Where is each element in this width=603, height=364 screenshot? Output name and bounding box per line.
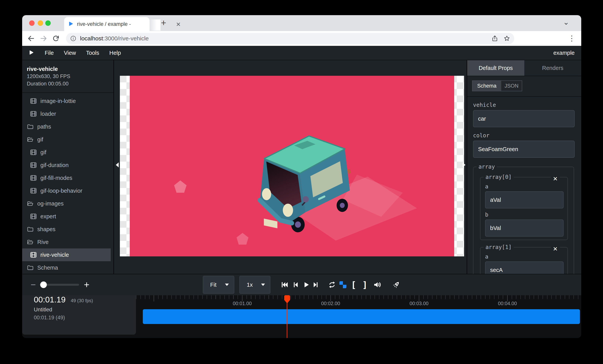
array-legend: array xyxy=(476,164,497,170)
transparency-checkerboard-toggle-icon[interactable] xyxy=(339,281,346,288)
array-0-a-label: a xyxy=(485,183,568,190)
close-window-button[interactable] xyxy=(29,20,35,26)
toggle-schema[interactable]: Schema xyxy=(473,81,501,91)
vehicle-input[interactable] xyxy=(473,110,575,127)
ruler-label: 00:04.00 xyxy=(498,301,517,306)
sidebar-item-gif-fill-modes[interactable]: gif-fill-modes xyxy=(22,171,114,184)
sidebar-item-label: Schema xyxy=(37,264,58,271)
array-0-remove-icon[interactable]: ✕ xyxy=(551,176,560,182)
vehicle-label: vehicle xyxy=(473,102,581,108)
fast-refresh-rocket-icon[interactable] xyxy=(392,281,401,289)
folder-icon xyxy=(27,264,34,271)
next-frame-icon[interactable] xyxy=(312,281,319,288)
array-1-legend: array[1] xyxy=(484,244,514,250)
browser-tab[interactable]: rive-vehicle / example - Remot ✕ xyxy=(64,17,150,31)
sidebar-item-image-in-lottie[interactable]: image-in-lottie xyxy=(22,95,114,107)
sidebar-item-gif-duration[interactable]: gif-duration xyxy=(22,159,114,171)
sidebar-folder-shapes[interactable]: shapes xyxy=(22,223,114,236)
browser-menu-kebab-icon[interactable]: ⋮ xyxy=(568,33,575,44)
current-time: 00:01.19 xyxy=(34,295,66,304)
tab-search-chevron-down-icon[interactable]: ⌄ xyxy=(563,18,569,26)
expand-panel-icon[interactable] xyxy=(463,162,465,167)
back-icon[interactable] xyxy=(27,34,35,42)
speed-select[interactable]: 1x xyxy=(239,276,270,294)
array-1-remove-icon[interactable]: ✕ xyxy=(551,246,560,252)
main-row: rive-vehicle 1200x630, 30 FPS Duration 0… xyxy=(22,60,581,274)
volume-icon[interactable] xyxy=(373,281,382,289)
sidebar-folder-schema[interactable]: Schema xyxy=(22,261,114,274)
tab-strip: rive-vehicle / example - Remot ✕ + ⌄ xyxy=(22,15,581,31)
zoom-window-button[interactable] xyxy=(45,20,51,26)
in-point-bracket-icon[interactable]: [ xyxy=(351,280,356,290)
browser-window: rive-vehicle / example - Remot ✕ + ⌄ loc… xyxy=(22,15,581,338)
size-select-value: Fit xyxy=(210,282,216,288)
array-1-fieldset: array[1] ✕ a b xyxy=(480,244,568,274)
composition-list: image-in-lottie loader paths gif gif xyxy=(22,93,114,274)
share-icon[interactable] xyxy=(491,35,498,42)
compositions-sidebar: rive-vehicle 1200x630, 30 FPS Duration 0… xyxy=(22,60,114,274)
sidebar-item-label: gif xyxy=(40,149,46,156)
timeline: 00:01.00 00:02.00 00:03.00 00:04.00 00:0… xyxy=(22,295,581,338)
sidebar-folder-og-images[interactable]: og-images xyxy=(22,197,114,210)
previous-frame-icon[interactable] xyxy=(292,281,299,288)
new-tab-icon[interactable]: + xyxy=(158,17,169,28)
props-panel: Default Props Renders Schema JSON vehicl… xyxy=(467,60,581,274)
array-0-b-label: b xyxy=(485,212,568,218)
timeline-track-bar[interactable] xyxy=(143,309,580,324)
out-point-bracket-icon[interactable]: ] xyxy=(362,280,368,290)
schema-json-toggle: Schema JSON xyxy=(472,80,522,91)
loop-icon[interactable] xyxy=(328,281,336,289)
url-field[interactable]: localhost:3000/rive-vehicle xyxy=(66,33,514,44)
sidebar-item-label: gif-loop-behavior xyxy=(40,188,82,194)
folder-open-icon xyxy=(27,136,34,143)
array-0-a-input[interactable] xyxy=(485,191,564,208)
menu-view[interactable]: View xyxy=(64,50,76,56)
skip-to-start-icon[interactable] xyxy=(281,281,289,289)
sidebar-item-loader[interactable]: loader xyxy=(22,107,114,120)
zoom-in-plus-icon[interactable] xyxy=(83,282,90,288)
site-info-icon[interactable] xyxy=(70,35,77,42)
sidebar-item-label: expert xyxy=(40,213,56,220)
sidebar-folder-gif[interactable]: gif xyxy=(22,133,114,146)
current-frame-info: 49 (30 fps) xyxy=(71,298,93,303)
ruler-label: 00:03.00 xyxy=(409,301,428,306)
playback-toolbar: Fit 1x [ ] xyxy=(22,274,581,295)
tab-renders[interactable]: Renders xyxy=(524,60,581,76)
sidebar-item-expert[interactable]: expert xyxy=(22,210,114,223)
vehicle-illustration xyxy=(130,76,454,256)
zoom-out-minus-icon[interactable] xyxy=(30,282,36,288)
sidebar-item-label: shapes xyxy=(37,226,56,232)
film-icon xyxy=(30,98,37,104)
bookmark-star-icon[interactable] xyxy=(503,35,510,42)
film-icon xyxy=(30,149,37,156)
playhead-handle[interactable] xyxy=(284,295,290,303)
color-input[interactable] xyxy=(473,141,575,158)
sidebar-item-label: paths xyxy=(37,124,51,130)
caret-down-icon xyxy=(261,284,265,286)
address-bar: localhost:3000/rive-vehicle ⋮ xyxy=(22,31,581,46)
tab-close-icon[interactable]: ✕ xyxy=(175,21,182,28)
toggle-json[interactable]: JSON xyxy=(501,81,522,91)
sidebar-folder-rive[interactable]: Rive xyxy=(22,236,114,249)
array-fieldset: array array[0] ✕ a b array[1] ✕ a b xyxy=(473,164,574,274)
reload-icon[interactable] xyxy=(52,34,60,42)
menu-help[interactable]: Help xyxy=(109,50,121,56)
menu-file[interactable]: File xyxy=(45,50,54,56)
minimize-window-button[interactable] xyxy=(38,20,43,26)
film-icon xyxy=(30,213,37,220)
sidebar-item-label: og-images xyxy=(37,200,64,207)
sidebar-item-gif[interactable]: gif xyxy=(22,146,114,159)
array-0-b-input[interactable] xyxy=(485,219,564,237)
zoom-slider-thumb[interactable] xyxy=(40,282,47,288)
menu-tools[interactable]: Tools xyxy=(86,50,99,56)
collapse-sidebar-icon[interactable] xyxy=(116,162,119,167)
play-icon[interactable] xyxy=(302,281,310,289)
tab-default-props[interactable]: Default Props xyxy=(467,60,524,76)
track-name[interactable]: Untitled xyxy=(34,307,52,313)
array-1-a-input[interactable] xyxy=(485,262,564,274)
sidebar-item-rive-vehicle[interactable]: rive-vehicle xyxy=(22,249,111,261)
sidebar-folder-paths[interactable]: paths xyxy=(22,120,114,133)
forward-icon[interactable] xyxy=(40,34,47,42)
size-select[interactable]: Fit xyxy=(203,276,234,294)
sidebar-item-gif-loop-behavior[interactable]: gif-loop-behavior xyxy=(22,184,114,197)
